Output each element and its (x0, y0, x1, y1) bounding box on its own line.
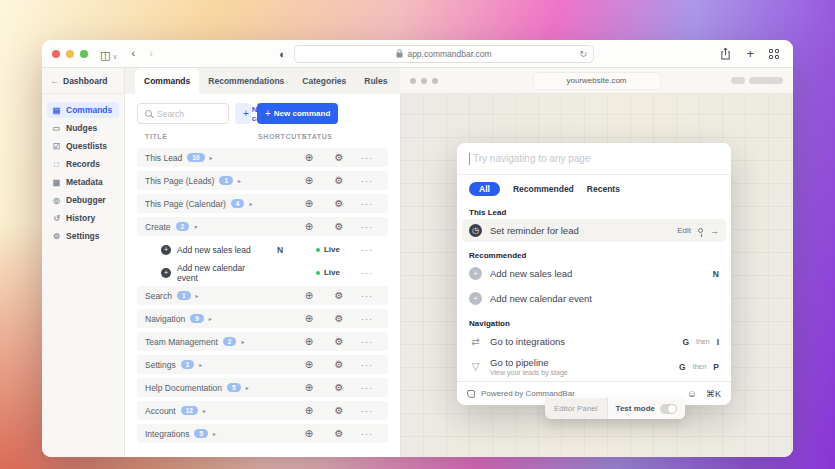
add-command-icon[interactable]: ⊕ (294, 198, 324, 209)
command-row[interactable]: +Add new calendar eventLive··· (137, 263, 388, 282)
tab-categories[interactable]: Categories (293, 68, 355, 94)
more-menu-icon[interactable]: ··· (354, 360, 380, 370)
back-button[interactable]: ‹ (132, 48, 136, 59)
more-menu-icon[interactable]: ··· (354, 291, 380, 301)
add-command-icon[interactable]: ⊕ (294, 152, 324, 163)
chevron-right-icon[interactable]: ▸ (238, 177, 241, 184)
palette-item[interactable]: ▽Go to pipelineView your leads by stageG… (462, 355, 726, 378)
chevron-right-icon[interactable]: ▸ (213, 430, 216, 437)
tab-overview-icon[interactable] (769, 49, 779, 59)
palette-tab-recommended[interactable]: Recommended (513, 184, 574, 194)
pin-icon[interactable] (698, 228, 703, 233)
more-menu-icon[interactable]: ··· (354, 314, 380, 324)
gear-icon[interactable]: ⚙ (324, 290, 354, 301)
chevron-right-icon[interactable]: ▸ (249, 200, 252, 207)
more-menu-icon[interactable]: ··· (354, 199, 380, 209)
minimize-window-button[interactable] (66, 50, 74, 58)
new-tab-button[interactable]: + (746, 46, 754, 61)
share-icon[interactable] (720, 47, 731, 60)
palette-item[interactable]: +Add new calendar event (462, 287, 726, 310)
sidebar-item-commands[interactable]: ▤Commands (47, 102, 119, 118)
add-command-icon[interactable]: ⊕ (294, 221, 324, 232)
more-menu-icon[interactable]: ··· (354, 245, 380, 255)
more-menu-icon[interactable]: ··· (354, 176, 380, 186)
tab-commands[interactable]: Commands (135, 68, 199, 94)
add-command-icon[interactable]: ⊕ (294, 336, 324, 347)
gear-icon[interactable]: ⚙ (324, 405, 354, 416)
gear-icon[interactable]: ⚙ (324, 221, 354, 232)
add-command-icon[interactable]: ⊕ (294, 405, 324, 416)
add-command-icon[interactable]: ⊕ (294, 175, 324, 186)
gear-icon[interactable]: ⚙ (324, 359, 354, 370)
privacy-shield-icon[interactable]: ◐ (279, 48, 286, 60)
category-row[interactable]: Create2▾⊕⚙··· (137, 217, 388, 236)
gear-icon[interactable]: ⚙ (324, 382, 354, 393)
new-category-button[interactable]: + New category (235, 103, 251, 124)
traffic-lights[interactable] (52, 50, 88, 58)
tab-recommendations[interactable]: Recommendations (199, 68, 293, 94)
category-row[interactable]: Team Management2▸⊕⚙··· (137, 332, 388, 351)
palette-input[interactable]: Try navigating to any page (457, 143, 731, 175)
add-command-icon[interactable]: ⊕ (294, 359, 324, 370)
add-command-icon[interactable]: ⊕ (294, 313, 324, 324)
sidebar-item-history[interactable]: ↺History (47, 210, 119, 226)
zoom-window-button[interactable] (80, 50, 88, 58)
add-command-icon[interactable]: ⊕ (294, 290, 324, 301)
more-menu-icon[interactable]: ··· (354, 383, 380, 393)
more-menu-icon[interactable]: ··· (354, 222, 380, 232)
category-row[interactable]: This Page (Calendar)4▸⊕⚙··· (137, 194, 388, 213)
category-row[interactable]: Navigation9▸⊕⚙··· (137, 309, 388, 328)
sidebar-item-questlists[interactable]: ☑Questlists (47, 138, 119, 154)
sidebar-item-metadata[interactable]: ▦Metadata (47, 174, 119, 190)
palette-tab-recents[interactable]: Recents (587, 184, 620, 194)
chevron-right-icon[interactable]: ▸ (199, 361, 202, 368)
address-bar[interactable]: app.commandbar.com ↻ (294, 45, 594, 63)
add-command-icon[interactable]: ⊕ (294, 428, 324, 439)
palette-item[interactable]: +Add new sales leadN (462, 262, 726, 285)
category-row[interactable]: This Lead10▸⊕⚙··· (137, 148, 388, 167)
more-menu-icon[interactable]: ··· (354, 337, 380, 347)
category-row[interactable]: This Page (Leads)1▸⊕⚙··· (137, 171, 388, 190)
editor-panel-tab[interactable]: Editor Panel (545, 398, 608, 419)
more-menu-icon[interactable]: ··· (354, 429, 380, 439)
edit-link[interactable]: Edit (677, 226, 691, 235)
more-menu-icon[interactable]: ··· (354, 268, 380, 278)
category-row[interactable]: Account12▸⊕⚙··· (137, 401, 388, 420)
more-menu-icon[interactable]: ··· (354, 406, 380, 416)
tab-rules[interactable]: Rules (355, 68, 396, 94)
chevron-right-icon[interactable]: ▸ (203, 407, 206, 414)
gear-icon[interactable]: ⚙ (324, 198, 354, 209)
sidebar-item-records[interactable]: □Records (47, 156, 119, 172)
chevron-right-icon[interactable]: ▸ (246, 384, 249, 391)
palette-tab-all[interactable]: All (469, 182, 500, 196)
chevron-right-icon[interactable]: ▸ (209, 315, 212, 322)
gear-icon[interactable]: ⚙ (324, 428, 354, 439)
sidebar-toggle-button[interactable]: ◫∨ (100, 45, 118, 63)
gear-icon[interactable]: ⚙ (324, 152, 354, 163)
search-input[interactable]: Search (137, 103, 229, 124)
command-row[interactable]: +Add new sales leadNLive··· (137, 240, 388, 259)
new-command-button[interactable]: + New command (257, 103, 338, 124)
chevron-right-icon[interactable]: ▸ (196, 292, 199, 299)
feedback-smiley-icon[interactable]: ☺ (687, 388, 697, 399)
sidebar-item-settings[interactable]: ⚙Settings (47, 228, 119, 244)
sidebar-back[interactable]: ← Dashboard (42, 68, 124, 94)
add-command-icon[interactable]: ⊕ (294, 382, 324, 393)
palette-item[interactable]: ⇄Go to integrationsGthenI (462, 330, 726, 353)
chevron-right-icon[interactable]: ▸ (210, 154, 213, 161)
category-row[interactable]: Integrations5▸⊕⚙··· (137, 424, 388, 443)
test-mode-toggle[interactable] (660, 404, 677, 414)
gear-icon[interactable]: ⚙ (324, 175, 354, 186)
reload-icon[interactable]: ↻ (579, 49, 587, 59)
close-window-button[interactable] (52, 50, 60, 58)
more-menu-icon[interactable]: ··· (354, 153, 380, 163)
category-row[interactable]: Settings1▸⊕⚙··· (137, 355, 388, 374)
chevron-down-icon[interactable]: ▾ (194, 223, 197, 230)
gear-icon[interactable]: ⚙ (324, 336, 354, 347)
sidebar-item-nudges[interactable]: ▭Nudges (47, 120, 119, 136)
sidebar-item-debugger[interactable]: ◎Debugger (47, 192, 119, 208)
category-row[interactable]: Search1▸⊕⚙··· (137, 286, 388, 305)
gear-icon[interactable]: ⚙ (324, 313, 354, 324)
category-row[interactable]: Help Documentation5▸⊕⚙··· (137, 378, 388, 397)
palette-item[interactable]: ◷Set reminder for leadEdit→ (462, 219, 726, 242)
